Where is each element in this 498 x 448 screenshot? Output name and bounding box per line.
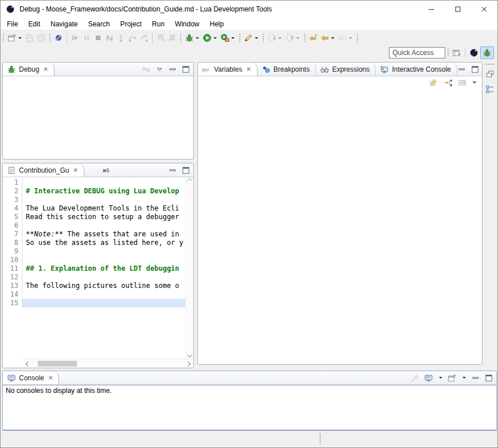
editor-vertical-scrollbar[interactable] [185,177,193,359]
hidden-editors-chevron[interactable]: »5 [103,163,110,177]
line-number: 3 [3,196,22,204]
show-logical-structures-icon[interactable] [443,78,453,87]
dropdown-arrow-icon[interactable] [462,377,466,379]
menu-navigate[interactable]: Navigate [45,19,83,29]
dropdown-arrow-icon[interactable] [213,37,217,39]
tab-close-icon[interactable]: ✕ [246,66,251,72]
dropdown-arrow-icon[interactable] [196,37,199,39]
debug-view-toolbar [142,63,193,76]
dropdown-arrow-icon[interactable] [331,37,334,39]
menu-window[interactable]: Window [170,19,205,29]
maximize-view-icon[interactable] [181,65,190,74]
menu-edit[interactable]: Edit [23,19,45,29]
last-edit-location-button[interactable] [308,32,319,44]
tab-breakpoints-label: Breakpoints [274,65,310,73]
restore-view-icon[interactable] [485,69,495,79]
resume-icon [71,33,80,42]
run-icon [203,33,212,42]
tab-console[interactable]: Console ✕ [3,371,59,384]
tab-contribution-guide[interactable]: Contribution_Gu ✕ [3,163,84,177]
toolbar-grip [3,34,4,42]
dropdown-arrow-icon[interactable] [278,37,282,39]
tab-close-icon[interactable]: ✕ [73,167,77,173]
tab-breakpoints[interactable]: Breakpoints [258,63,316,76]
dropdown-arrow-icon[interactable] [439,377,442,379]
scroll-left-icon[interactable] [26,361,30,365]
line-text [22,196,185,204]
open-task-button[interactable] [243,32,260,44]
toolbar-grip [49,34,50,42]
scroll-right-icon[interactable] [186,361,190,365]
maximize-view-icon[interactable] [181,166,190,175]
view-menu-icon[interactable] [472,81,477,84]
run-button[interactable] [201,32,219,44]
dropdown-arrow-icon[interactable] [18,37,22,39]
line-number: 15 [3,299,22,307]
maximize-view-icon[interactable] [484,373,493,383]
line-number: 2 [3,187,22,196]
dropdown-arrow-icon[interactable] [296,37,299,39]
open-perspective-icon [452,48,461,57]
menu-project[interactable]: Project [115,19,146,29]
variables-view-header: (x)= Variables ✕ Breakpoints xy Expressi… [198,63,482,76]
back-button[interactable] [319,32,337,44]
tab-expressions[interactable]: xy Expressions [316,63,376,76]
minimize-view-icon[interactable] [471,373,480,383]
perspective-button-debug[interactable] [480,46,494,59]
editor-horizontal-scrollbar[interactable] [23,359,193,368]
open-perspective-button[interactable] [451,46,462,59]
scrollbar-thumb[interactable] [38,361,77,367]
save-button [24,32,36,44]
bug-icon [7,65,16,74]
line-text [22,178,185,187]
editor-header: Contribution_Gu ✕ »5 [3,163,193,177]
toolbar-separator [67,33,67,43]
show-type-names-icon[interactable] [429,78,438,87]
external-tools-button[interactable] [219,32,237,44]
debug-button[interactable] [184,32,201,44]
console-content: No consoles to display at this time. [3,385,496,431]
dropdown-arrow-icon[interactable] [255,37,258,39]
tab-interactive-console[interactable]: Interactive Console [376,63,457,76]
dropdown-arrow-icon[interactable] [231,37,235,39]
maximize-button[interactable] [445,1,471,18]
scroll-down-icon[interactable] [187,353,192,357]
skip-all-breakpoints-button[interactable] [53,32,64,44]
tab-close-icon[interactable]: ✕ [48,375,53,381]
close-button[interactable] [471,1,497,18]
menu-search[interactable]: Search [83,19,115,29]
editor-tab-label: Contribution_Gu [19,166,69,174]
editor-lines: 12# Interactive DEBUG using Lua Develop3… [3,177,185,359]
new-wizard-button[interactable] [6,32,24,44]
maximize-view-icon[interactable] [470,65,480,74]
minimize-view-icon[interactable] [168,166,177,175]
tab-debug[interactable]: Debug ✕ [3,63,55,76]
toolbar-grip [180,34,181,42]
quick-access-input[interactable] [389,47,445,59]
status-bar-grip[interactable] [320,434,321,443]
menu-run[interactable]: Run [147,19,170,29]
line-text: The Lua Development Tools in the Ecli [22,204,185,213]
dropdown-arrow-icon[interactable] [349,37,352,39]
trim-grip[interactable] [486,64,494,65]
right-trim-bar [483,62,497,365]
display-selected-console-icon[interactable] [424,373,433,383]
line-text: Read this section to setup a debugger [22,213,185,221]
editor-header-icons [168,163,193,177]
minimize-view-icon[interactable] [168,65,177,74]
view-menu-icon[interactable] [155,65,164,74]
open-console-icon[interactable] [448,373,457,383]
debug-view-content[interactable] [3,76,193,159]
editor-line: 3 [3,196,185,204]
tab-variables[interactable]: (x)= Variables ✕ [198,63,258,76]
editor-text-area[interactable]: 12# Interactive DEBUG using Lua Develop3… [3,177,193,359]
drop-to-frame-button [155,32,166,44]
scroll-up-icon[interactable] [187,178,192,183]
perspective-button-lua[interactable] [468,46,480,59]
menu-file[interactable]: File [2,19,23,29]
menu-help[interactable]: Help [205,19,229,29]
minimize-view-icon[interactable] [457,65,466,74]
tab-close-icon[interactable]: ✕ [43,66,48,72]
outline-view-icon[interactable] [485,85,495,94]
minimize-button[interactable] [418,1,445,18]
